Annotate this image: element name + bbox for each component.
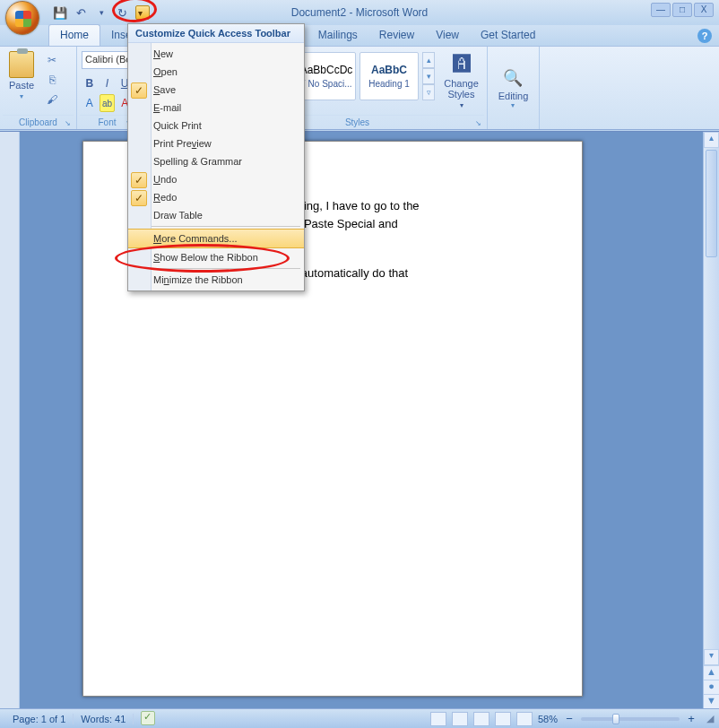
- browse-prev-icon[interactable]: ▲: [704, 665, 719, 680]
- qat-menu-draw-table[interactable]: Draw Table: [128, 206, 304, 224]
- format-painter-icon[interactable]: 🖌: [44, 91, 60, 108]
- scroll-thumb[interactable]: [706, 150, 717, 257]
- tab-mailings[interactable]: Mailings: [308, 25, 368, 46]
- cut-icon[interactable]: ✂: [44, 52, 60, 68]
- scroll-down-icon[interactable]: ▾: [704, 649, 719, 665]
- qat-menu-print-preview[interactable]: Print Preview: [128, 134, 304, 152]
- highlight-button[interactable]: ab: [100, 94, 116, 112]
- zoom-level[interactable]: 58%: [538, 714, 558, 724]
- copy-icon[interactable]: ⎘: [44, 72, 60, 88]
- check-icon: ✓: [131, 172, 147, 188]
- style-no-spacing[interactable]: AaBbCcDc ¶ No Spaci...: [297, 52, 356, 100]
- vertical-ruler: [0, 132, 20, 708]
- qat-menu-open[interactable]: Open: [128, 63, 304, 81]
- tab-view[interactable]: View: [425, 25, 470, 46]
- browse-object-icon[interactable]: ●: [704, 680, 719, 694]
- qat-menu-quick-print[interactable]: Quick Print: [128, 117, 304, 134]
- group-clipboard: Paste ✂ ⎘ 🖌 Clipboard: [0, 47, 77, 129]
- window-close-button[interactable]: X: [694, 3, 714, 17]
- paste-icon: [9, 51, 34, 78]
- gallery-down-icon[interactable]: ▾: [422, 68, 435, 84]
- spell-check-icon[interactable]: [141, 711, 155, 725]
- qat-undo-icon[interactable]: ↶: [74, 5, 88, 20]
- qat-menu-email[interactable]: E-mail: [128, 99, 304, 117]
- tab-get-started[interactable]: Get Started: [470, 25, 546, 46]
- annotation-circle-more-commands: [115, 244, 290, 273]
- qat-menu-spelling[interactable]: Spelling & Grammar: [128, 152, 304, 170]
- change-styles-icon: 🅰: [449, 51, 474, 76]
- bold-button[interactable]: B: [82, 74, 98, 92]
- qat-menu-new[interactable]: New: [128, 45, 304, 63]
- group-label-clipboard[interactable]: Clipboard: [3, 115, 74, 129]
- group-label-font[interactable]: Font: [80, 115, 134, 129]
- ribbon-tabs: Home Insert Page Layout References Maili…: [0, 25, 719, 47]
- paste-button[interactable]: Paste: [3, 48, 40, 108]
- ribbon: Paste ✂ ⎘ 🖌 Clipboard Calibri (Bo B I U …: [0, 47, 719, 130]
- style-heading-1[interactable]: AaBbC Heading 1: [360, 52, 419, 100]
- zoom-in-button[interactable]: +: [685, 712, 697, 725]
- scroll-up-icon[interactable]: ▴: [704, 132, 719, 148]
- group-editing: 🔍 Editing ▾: [488, 47, 540, 129]
- check-icon: ✓: [131, 82, 147, 99]
- qat-menu-redo[interactable]: ✓Redo: [128, 188, 304, 206]
- tab-review[interactable]: Review: [368, 25, 425, 46]
- qat-menu-minimize-ribbon[interactable]: Minimize the Ribbon: [128, 271, 304, 289]
- change-styles-button[interactable]: 🅰 Change Styles ▾: [438, 48, 484, 109]
- view-outline-icon[interactable]: [495, 712, 511, 726]
- zoom-out-button[interactable]: −: [563, 712, 576, 725]
- check-icon: ✓: [131, 190, 147, 206]
- font-name-combo[interactable]: Calibri (Bo: [82, 51, 133, 69]
- menu-separator: [152, 226, 300, 227]
- view-print-layout-icon[interactable]: [430, 712, 446, 726]
- window-maximize-button[interactable]: □: [672, 3, 692, 17]
- status-page[interactable]: Page: 1 of 1: [5, 714, 74, 724]
- find-icon: 🔍: [503, 68, 523, 88]
- document-area[interactable]: hout any formatting, I have to go to the…: [20, 132, 703, 708]
- qat-undo-split-icon[interactable]: ▾: [94, 5, 108, 20]
- gallery-up-icon[interactable]: ▴: [422, 52, 435, 68]
- vertical-scrollbar[interactable]: ▴ ▾ ▲ ● ▼: [703, 132, 719, 708]
- qat-menu-save[interactable]: ✓Save: [128, 81, 304, 99]
- office-button[interactable]: [5, 1, 39, 35]
- title-bar: 💾 ↶ ▾ ↻ Document2 - Microsoft Word — □ X: [0, 0, 719, 25]
- zoom-slider-handle[interactable]: [612, 714, 619, 724]
- resize-grip-icon[interactable]: ◢: [706, 713, 714, 724]
- view-draft-icon[interactable]: [516, 712, 533, 726]
- text-effects-button[interactable]: A: [82, 94, 98, 112]
- editing-button[interactable]: 🔍 Editing ▾: [498, 68, 529, 109]
- qat-menu-undo[interactable]: ✓Undo: [128, 170, 304, 188]
- status-words[interactable]: Words: 41: [74, 714, 134, 724]
- tab-home[interactable]: Home: [48, 24, 100, 46]
- status-bar: Page: 1 of 1 Words: 41 58% − + ◢: [0, 708, 719, 728]
- qat-save-icon[interactable]: 💾: [53, 5, 67, 20]
- window-minimize-button[interactable]: —: [651, 3, 671, 17]
- workspace: hout any formatting, I have to go to the…: [0, 131, 719, 708]
- view-web-layout-icon[interactable]: [473, 712, 489, 726]
- zoom-slider[interactable]: [581, 717, 680, 721]
- qat-menu-header: Customize Quick Access Toolbar: [128, 24, 304, 43]
- browse-next-icon[interactable]: ▼: [704, 694, 719, 708]
- gallery-more-icon[interactable]: ▿: [422, 84, 435, 100]
- help-icon[interactable]: ?: [697, 29, 712, 43]
- paste-label: Paste: [9, 80, 34, 91]
- italic-button[interactable]: I: [100, 74, 116, 92]
- view-full-screen-icon[interactable]: [452, 712, 468, 726]
